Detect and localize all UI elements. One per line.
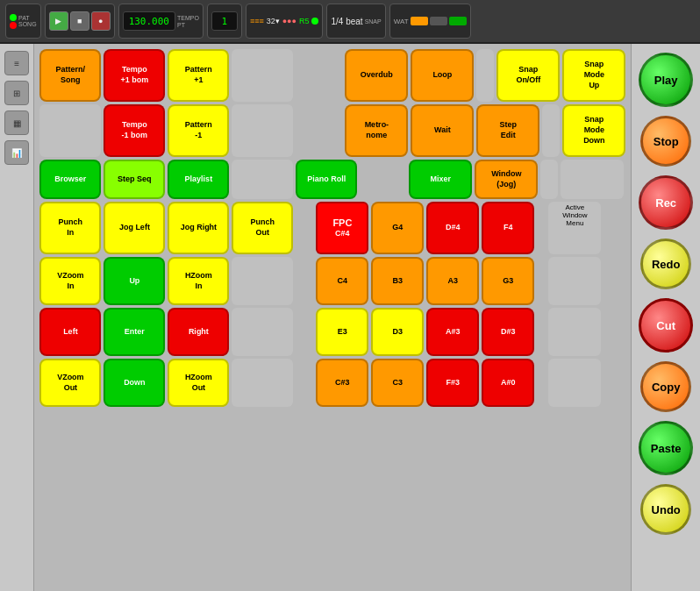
snap-onoff-btn[interactable]: SnapOn/Off (496, 49, 560, 102)
asharp0-btn[interactable]: A#0 (482, 359, 534, 407)
stop-trans-btn[interactable]: Stop (640, 116, 691, 167)
left-sidebar: ≡ ⊞ ▦ 📊 (0, 44, 34, 591)
paste-trans-btn[interactable]: Paste (639, 421, 693, 475)
up-btn[interactable]: Up (104, 257, 165, 305)
stop-button[interactable]: ■ (70, 11, 89, 31)
fsharp3-btn[interactable]: F#3 (426, 359, 479, 407)
gap-vz2 (537, 257, 546, 305)
fpc-btn[interactable]: FPCC#4 (316, 202, 368, 254)
spacer-vz2 (548, 257, 601, 305)
gap-vzo2 (537, 359, 546, 407)
play-trans-btn[interactable]: Play (639, 53, 693, 107)
transport-group: ▶ ■ ● (45, 4, 115, 39)
hzoom-out-btn[interactable]: HZoomOut (168, 359, 229, 407)
pt-label: PT (177, 22, 199, 28)
controls-group: ≡≡≡ 32▾ ●●● R5 (246, 4, 324, 39)
song-label: SONG (18, 21, 37, 27)
ctrl3: ●●● (282, 17, 296, 25)
song-indicator (10, 22, 17, 29)
spacer-nav3 (561, 160, 624, 199)
sidebar-icon-4[interactable]: 📊 (4, 140, 29, 165)
spacer-r2-2 (232, 104, 293, 157)
enter-btn[interactable]: Enter (104, 308, 165, 356)
ctrl4: R5 (299, 17, 310, 25)
cut-trans-btn[interactable]: Cut (639, 298, 693, 352)
gap-nav2 (380, 160, 406, 199)
wat-bar2 (430, 17, 447, 25)
e3-btn[interactable]: E3 (316, 308, 368, 356)
down-btn[interactable]: Down (104, 359, 165, 407)
playlist-btn[interactable]: Playlist (168, 160, 229, 199)
browser-btn[interactable]: Browser (39, 160, 101, 199)
right-btn[interactable]: Right (168, 308, 229, 356)
loop-btn[interactable]: Loop (411, 49, 474, 102)
vzoom-in-btn[interactable]: VZoomIn (39, 257, 101, 305)
asharp3-btn[interactable]: A#3 (426, 308, 479, 356)
piano-roll-btn[interactable]: Piano Roll (296, 160, 357, 199)
punch-out-btn[interactable]: PunchOut (232, 202, 293, 254)
gap-ctrl2 (537, 202, 546, 254)
spacer-lr1 (232, 308, 293, 356)
a3-btn[interactable]: A3 (426, 257, 479, 305)
mode-group: PAT SONG (5, 4, 41, 39)
tempo-label: TEMPO (177, 15, 199, 21)
spacer-r2-3 (542, 104, 560, 157)
main-area: ≡ ⊞ ▦ 📊 Pattern/Song Tempo+1 bom Pattern… (0, 44, 700, 591)
spacer-nav (232, 160, 293, 199)
mixer-btn[interactable]: Mixer (409, 160, 472, 199)
pattern-display: 1 (211, 11, 238, 31)
vzoom-out-btn[interactable]: VZoomOut (39, 359, 101, 407)
wait-btn[interactable]: Wait (411, 104, 474, 157)
c4-btn[interactable]: C4 (316, 257, 368, 305)
pattern-minus-btn[interactable]: Pattern-1 (168, 104, 229, 157)
gap-vz (296, 257, 313, 305)
tempo-plus-btn[interactable]: Tempo+1 bom (104, 49, 165, 102)
vzoom-out-row: VZoomOut Down HZoomOut C#3 C3 F#3 A#0 (39, 359, 625, 407)
sidebar-icon-2[interactable]: ⊞ (4, 81, 29, 105)
tempo-minus-btn[interactable]: Tempo-1 bom (104, 104, 165, 157)
ctrl1: ≡≡≡ (250, 17, 264, 25)
punch-in-btn[interactable]: PunchIn (39, 202, 101, 254)
f4-btn[interactable]: F4 (482, 202, 534, 254)
step-seq-btn[interactable]: Step Seq (104, 160, 165, 199)
copy-trans-btn[interactable]: Copy (640, 361, 691, 412)
jog-left-btn[interactable]: Jog Left (104, 202, 165, 254)
dsharp3-btn[interactable]: D#3 (482, 308, 534, 356)
g3-btn[interactable]: G3 (482, 257, 534, 305)
b3-btn[interactable]: B3 (371, 257, 424, 305)
redo-trans-btn[interactable]: Redo (640, 239, 691, 289)
snap-mode-down-btn[interactable]: SnapModeDown (562, 104, 625, 157)
play-button[interactable]: ▶ (49, 11, 68, 31)
csharp3-btn[interactable]: C#3 (316, 359, 368, 407)
jog-right-btn[interactable]: Jog Right (168, 202, 229, 254)
sidebar-icon-3[interactable]: ▦ (4, 110, 29, 135)
sidebar-icon-1[interactable]: ≡ (4, 51, 29, 75)
nav-row: Browser Step Seq Playlist Piano Roll Mix… (39, 160, 625, 199)
metronome-btn[interactable]: Metro-nome (345, 104, 408, 157)
spacer-nav2 (540, 160, 558, 199)
right-sidebar: Play Stop Rec Redo Cut Copy Paste Undo (631, 44, 700, 591)
d3-btn[interactable]: D3 (371, 308, 424, 356)
left-btn[interactable]: Left (39, 308, 101, 356)
c3-btn[interactable]: C3 (371, 359, 424, 407)
spacer-vzo1 (232, 359, 293, 407)
d4sharp-btn[interactable]: D#4 (426, 202, 479, 254)
tempo-display[interactable]: 130.000 (123, 11, 175, 31)
undo-trans-btn[interactable]: Undo (640, 484, 691, 535)
gap-3 (296, 104, 313, 157)
gap-1 (296, 49, 313, 102)
tempo-group: 130.000 TEMPO PT (118, 4, 204, 39)
g4-btn[interactable]: G4 (371, 202, 424, 254)
pattern-plus-btn[interactable]: Pattern+1 (168, 49, 229, 102)
overdub-btn[interactable]: Overdub (345, 49, 408, 102)
hzoom-in-btn[interactable]: HZoomIn (168, 257, 229, 305)
rec-trans-btn[interactable]: Rec (639, 175, 693, 230)
pattern-song-btn[interactable]: Pattern/Song (39, 49, 101, 102)
snap-mode-up-btn[interactable]: SnapModeUp (562, 49, 625, 102)
wat-bar1 (411, 17, 428, 25)
step-edit-btn[interactable]: StepEdit (476, 104, 539, 157)
wat-bar3 (449, 17, 467, 25)
rec-button[interactable]: ● (91, 11, 111, 31)
window-jog-btn[interactable]: Window(Jog) (475, 160, 538, 199)
gap-2 (316, 49, 342, 102)
